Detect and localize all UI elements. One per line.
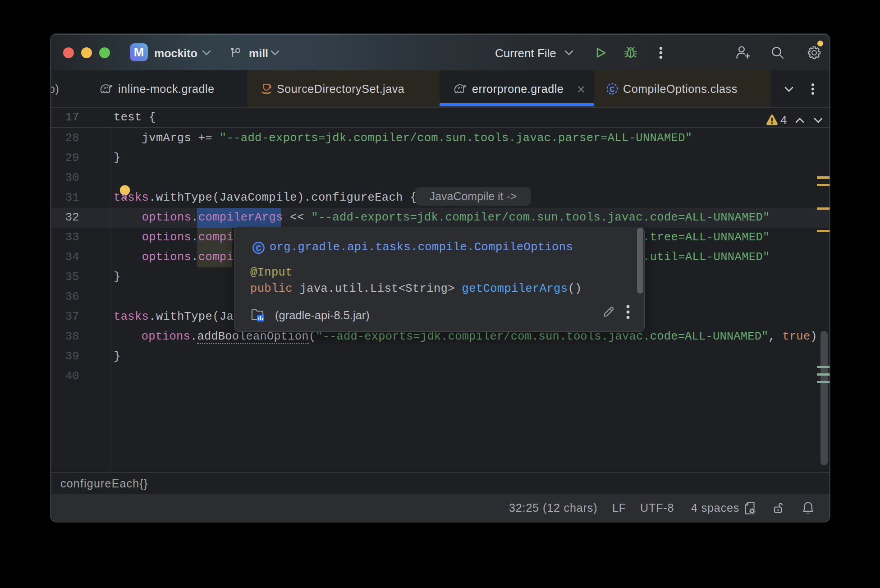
svg-text:C: C [610, 85, 614, 95]
svg-text:C: C [256, 243, 261, 254]
